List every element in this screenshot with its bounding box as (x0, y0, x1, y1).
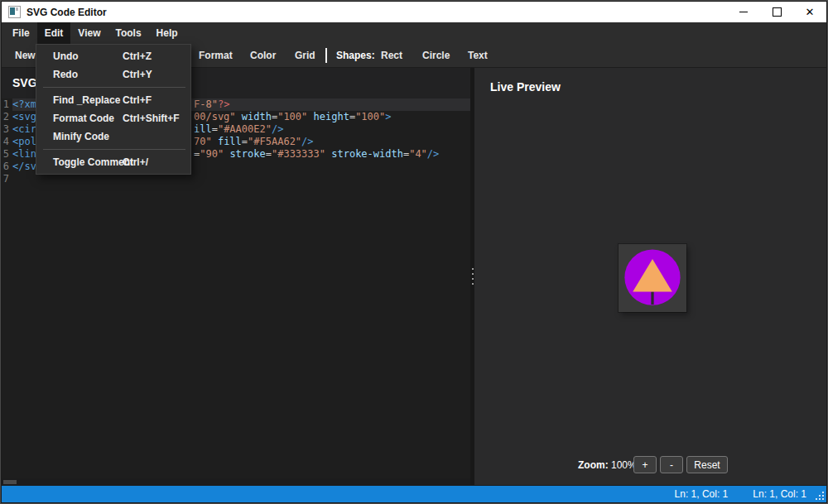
menu-item-undo[interactable]: UndoCtrl+Z (36, 47, 190, 65)
line-number: 4 (2, 136, 9, 148)
menu-item-shortcut: Ctrl+Z (123, 50, 152, 62)
minimize-button[interactable] (727, 2, 760, 22)
resize-grip[interactable] (814, 490, 824, 500)
rendered-svg (619, 244, 686, 312)
splitter-handle-icon (472, 273, 474, 275)
menubar-item-tools[interactable]: Tools (108, 22, 148, 44)
menu-item-shortcut: Ctrl+F (123, 94, 152, 106)
menubar-item-edit[interactable]: Edit (37, 22, 71, 44)
menubar-item-file[interactable]: File (5, 22, 37, 44)
minimize-icon (739, 12, 748, 12)
zoom-in-button[interactable]: + (633, 456, 657, 473)
code-text: <pol (12, 136, 36, 148)
maximize-button[interactable] (760, 2, 793, 22)
toolbar-color-button[interactable]: Color (250, 44, 276, 67)
menu-item-minify-code[interactable]: Minify Code (36, 127, 190, 146)
toolbar-rect-button[interactable]: Rect (381, 44, 402, 67)
menubar-item-help[interactable]: Help (149, 22, 185, 44)
close-button[interactable]: ✕ (793, 2, 826, 22)
code-text: <?xm (12, 98, 36, 111)
menu-item-redo[interactable]: RedoCtrl+Y (36, 65, 190, 84)
editor-panel-title: SVG (12, 76, 37, 89)
code-text: <cir (12, 123, 36, 136)
toolbar-separator (325, 48, 327, 63)
cursor-position-status: Ln: 1, Col: 1 (753, 488, 806, 500)
app-icon (8, 6, 21, 18)
menubar-item-view[interactable]: View (70, 22, 108, 44)
toolbar-format-button[interactable]: Format (199, 44, 233, 67)
splitter-handle-icon (472, 283, 474, 285)
line-number: 6 (2, 161, 9, 173)
menu-bar: FileEditViewToolsHelp (2, 22, 826, 44)
menu-item-label: Minify Code (53, 131, 109, 142)
line-number: 7 (2, 173, 9, 185)
code-text: </sv (12, 161, 36, 173)
zoom-label: Zoom: (578, 459, 609, 471)
toolbar-circle-button[interactable]: Circle (422, 44, 450, 67)
app-window: SVG Code Editor ✕ FileEditViewToolsHelp … (0, 0, 828, 504)
splitter-handle-icon (472, 278, 474, 280)
window-controls: ✕ (727, 2, 826, 22)
edit-dropdown-menu: UndoCtrl+ZRedoCtrl+YFind _ReplaceCtrl+FF… (36, 44, 191, 175)
svg-preview-canvas (619, 244, 686, 312)
menu-item-toggle-comment[interactable]: Toggle CommentCtrl+/ (36, 153, 190, 171)
menu-item-label: Undo (53, 50, 79, 62)
menu-item-find-replace[interactable]: Find _ReplaceCtrl+F (36, 91, 190, 109)
toolbar-grid-button[interactable]: Grid (295, 44, 315, 67)
cursor-position-status: Ln: 1, Col: 1 (675, 488, 729, 500)
maximize-icon (773, 7, 782, 17)
zoom-out-button[interactable]: - (660, 456, 683, 473)
menu-item-shortcut: Ctrl+/ (123, 156, 148, 168)
line-number: 3 (2, 123, 9, 136)
code-text: F-8"?> (194, 98, 229, 111)
code-line-7[interactable]: 7 (2, 173, 470, 185)
window-title: SVG Code Editor (26, 7, 107, 18)
line-number: 2 (2, 111, 9, 123)
menu-item-label: Toggle Comment (53, 156, 133, 168)
menu-separator (43, 87, 185, 88)
menu-item-shortcut: Ctrl+Y (123, 69, 152, 80)
title-bar: SVG Code Editor ✕ (2, 2, 826, 22)
status-bar: Ln: 1, Col: 1 Ln: 1, Col: 1 (2, 486, 826, 502)
code-text: 00/svg" width="100" height="100"> (194, 111, 391, 123)
menu-item-shortcut: Ctrl+Shift+F (123, 113, 180, 124)
menu-item-format-code[interactable]: Format CodeCtrl+Shift+F (36, 109, 190, 127)
menu-item-label: Format Code (53, 113, 114, 124)
toolbar-shapes-label: Shapes: (336, 44, 375, 67)
line-number: 5 (2, 148, 9, 161)
line-number: 1 (2, 98, 9, 111)
zoom-reset-button[interactable]: Reset (686, 456, 728, 473)
editor-horizontal-scrollbar[interactable] (2, 478, 470, 485)
live-preview-panel: Live Preview Zoom: 100% + - Reset (474, 68, 826, 485)
preview-panel-title: Live Preview (490, 80, 561, 94)
close-icon: ✕ (806, 7, 815, 17)
splitter-handle-icon (472, 268, 474, 270)
code-text: <lin (12, 148, 36, 161)
toolbar-text-button[interactable]: Text (468, 44, 488, 67)
menu-item-label: Redo (53, 69, 78, 80)
menu-separator (43, 149, 185, 150)
code-text: <svg (12, 111, 36, 123)
scrollbar-thumb[interactable] (3, 480, 17, 484)
code-text: 70" fill="#F5AA62"/> (194, 136, 314, 148)
menu-item-label: Find _Replace (53, 94, 120, 106)
toolbar-new-button[interactable]: New (15, 44, 36, 67)
code-text: ill="#AA00E2"/> (194, 123, 283, 136)
code-text: ="90" stroke="#333333" stroke-width="4"/… (194, 148, 439, 161)
